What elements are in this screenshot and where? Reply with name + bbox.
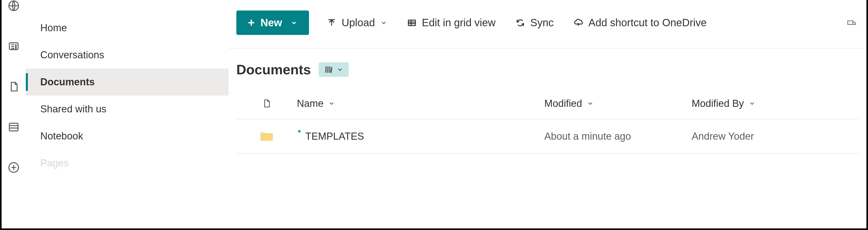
column-name-label: Name bbox=[297, 98, 323, 109]
folder-icon bbox=[260, 131, 273, 142]
sidebar-item-notebook[interactable]: Notebook bbox=[26, 123, 228, 150]
svg-rect-2 bbox=[9, 123, 18, 131]
row-modified-by-cell: Andrew Yoder bbox=[692, 131, 829, 142]
table-header-row: Name Modified Modified By bbox=[236, 88, 859, 119]
sync-button[interactable]: Sync bbox=[514, 14, 556, 31]
add-shortcut-label: Add shortcut to OneDrive bbox=[588, 17, 707, 29]
column-type[interactable] bbox=[236, 99, 297, 108]
add-shortcut-button[interactable]: Add shortcut to OneDrive bbox=[572, 14, 709, 31]
onedrive-shortcut-icon bbox=[574, 18, 583, 28]
list-icon[interactable] bbox=[8, 121, 20, 133]
sidebar-item-conversations[interactable]: Conversations bbox=[26, 41, 228, 69]
row-type-icon-cell bbox=[236, 131, 297, 142]
sidebar-item-label: Notebook bbox=[40, 130, 83, 142]
svg-rect-4 bbox=[408, 20, 415, 26]
upload-label: Upload bbox=[342, 17, 375, 29]
sidebar-nav: Home Conversations Documents Shared with… bbox=[26, 0, 228, 228]
main-content: + New Upload Edit in grid view Sync Add … bbox=[228, 0, 866, 228]
column-modified-by-label: Modified By bbox=[692, 98, 744, 109]
view-selector[interactable] bbox=[319, 62, 349, 77]
upload-icon bbox=[327, 18, 336, 28]
sidebar-item-label: Documents bbox=[40, 76, 95, 87]
sidebar-item-label: Pages bbox=[40, 157, 69, 168]
table-row[interactable]: ✦ TEMPLATES About a minute ago Andrew Yo… bbox=[236, 119, 859, 154]
edit-grid-button[interactable]: Edit in grid view bbox=[405, 14, 498, 31]
more-toolbar-item[interactable] bbox=[845, 15, 859, 30]
sidebar-item-home[interactable]: Home bbox=[26, 14, 228, 41]
row-name: TEMPLATES bbox=[305, 131, 364, 142]
news-icon[interactable] bbox=[8, 40, 20, 52]
sync-icon bbox=[516, 18, 525, 28]
edit-grid-label: Edit in grid view bbox=[422, 17, 496, 29]
command-bar: + New Upload Edit in grid view Sync Add … bbox=[228, 0, 866, 48]
sidebar-item-label: Home bbox=[40, 22, 67, 33]
sync-label: Sync bbox=[530, 17, 554, 29]
new-indicator-icon: ✦ bbox=[297, 128, 302, 135]
globe-icon[interactable] bbox=[8, 0, 20, 11]
file-icon bbox=[262, 99, 271, 108]
chevron-down-icon bbox=[290, 20, 298, 26]
file-icon[interactable] bbox=[8, 81, 20, 92]
chevron-down-icon bbox=[328, 100, 335, 107]
row-name-cell: ✦ TEMPLATES bbox=[297, 131, 544, 142]
column-modified-by[interactable]: Modified By bbox=[692, 98, 829, 109]
sidebar-item-pages[interactable]: Pages bbox=[26, 150, 228, 177]
page-heading-row: Documents bbox=[228, 48, 866, 88]
sidebar-item-label: Shared with us bbox=[40, 104, 106, 114]
column-name[interactable]: Name bbox=[297, 98, 544, 109]
chevron-down-icon bbox=[587, 100, 594, 107]
chevron-down-icon bbox=[337, 66, 343, 73]
sidebar-item-documents[interactable]: Documents bbox=[26, 69, 228, 95]
document-table: Name Modified Modified By ✦ bbox=[228, 88, 866, 154]
truck-icon bbox=[847, 18, 857, 28]
add-icon[interactable] bbox=[8, 162, 20, 173]
column-modified[interactable]: Modified bbox=[544, 98, 692, 109]
column-modified-label: Modified bbox=[544, 98, 582, 109]
page-title: Documents bbox=[236, 62, 311, 77]
plus-icon: + bbox=[248, 17, 255, 29]
new-button[interactable]: + New bbox=[236, 10, 309, 35]
grid-icon bbox=[407, 18, 416, 28]
upload-button[interactable]: Upload bbox=[325, 14, 389, 31]
chevron-down-icon bbox=[380, 20, 387, 26]
row-modified-cell: About a minute ago bbox=[544, 131, 692, 142]
sidebar-item-label: Conversations bbox=[40, 49, 104, 61]
left-icon-rail bbox=[2, 0, 26, 228]
svg-rect-5 bbox=[848, 21, 853, 25]
new-button-label: New bbox=[260, 17, 282, 29]
library-icon bbox=[324, 65, 334, 74]
sidebar-item-shared-with-us[interactable]: Shared with us bbox=[26, 95, 228, 123]
chevron-down-icon bbox=[749, 100, 755, 107]
